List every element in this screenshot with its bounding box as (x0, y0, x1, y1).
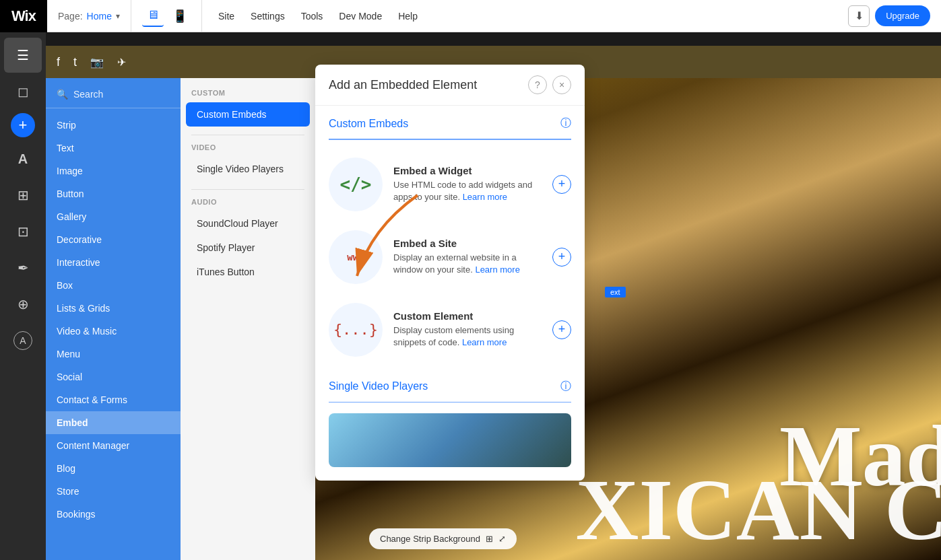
embed-modal: Add an Embedded Element ? × Custom Embed… (315, 65, 585, 481)
topbar: Wix Page: Home ▾ 🖥 📱 Site Settings Tools… (0, 0, 941, 32)
sub-item-single-video-players[interactable]: Single Video Players (186, 157, 310, 181)
page-selector[interactable]: Page: Home ▾ (47, 0, 131, 32)
video-preview (329, 413, 571, 467)
sidebar-item-social[interactable]: Social (46, 365, 181, 388)
video-section-title: Single Video Players (329, 380, 428, 392)
sidebar-item-strip[interactable]: Strip (46, 114, 181, 137)
custom-element-name: Custom Element (393, 310, 542, 322)
icon-bar-text-style[interactable]: A (4, 141, 42, 176)
nav-site[interactable]: Site (218, 11, 234, 22)
custom-embeds-title: Custom Embeds (329, 118, 408, 130)
sidebar-item-video-music[interactable]: Video & Music (46, 320, 181, 343)
embed-site-name: Embed a Site (393, 238, 542, 249)
instagram-icon[interactable]: 📷 (90, 56, 104, 69)
sub-panel: CUSTOM Custom Embeds VIDEO Single Video … (181, 78, 315, 560)
www-icon: www (347, 252, 364, 262)
download-icon[interactable]: ⬇ (848, 5, 870, 27)
nav-settings[interactable]: Settings (251, 11, 285, 22)
video-section-info-icon[interactable]: ⓘ (560, 380, 571, 394)
icon-bar-pen[interactable]: ✒ (4, 250, 42, 285)
custom-embeds-divider (329, 139, 571, 140)
icon-bar-media[interactable]: ⊡ (4, 214, 42, 249)
embed-widget-item: </> Embed a Widget Use HTML code to add … (315, 151, 585, 218)
custom-element-item: {...} Custom Element Display custom elem… (315, 296, 585, 363)
sidebar-item-box[interactable]: Box (46, 274, 181, 297)
embed-widget-learn-more[interactable]: Learn more (463, 192, 507, 202)
mobile-view-button[interactable]: 📱 (169, 5, 191, 27)
modal-help-button[interactable]: ? (528, 75, 547, 94)
text-style-icon: A (18, 151, 28, 167)
embed-widget-content: Embed a Widget Use HTML code to add widg… (393, 165, 542, 203)
modal-title: Add an Embedded Element (329, 78, 477, 92)
wix-logo: Wix (11, 7, 36, 25)
icon-bar-components[interactable]: ⊞ (4, 178, 42, 213)
sidebar-item-lists-grids[interactable]: Lists & Grids (46, 297, 181, 320)
video-section-divider (329, 402, 571, 403)
close-icon: × (559, 79, 564, 90)
custom-embeds-info-icon[interactable]: ⓘ (560, 116, 571, 131)
custom-element-content: Custom Element Display custom elements u… (393, 310, 542, 349)
embed-widget-add-button[interactable]: + (552, 175, 571, 194)
search-label[interactable]: Search (73, 89, 103, 100)
modal-header-icons: ? × (528, 75, 571, 94)
embed-site-icon-wrap: www (329, 230, 383, 284)
media-icon: ⊡ (18, 223, 29, 240)
sub-item-itunes[interactable]: iTunes Button (186, 260, 310, 284)
elements-sidebar: 🔍 Search Strip Text Image Button Gallery… (46, 78, 181, 560)
custom-element-add-button[interactable]: + (552, 320, 571, 339)
sub-item-custom-embeds[interactable]: Custom Embeds (186, 102, 310, 127)
chevron-down-icon: ▾ (116, 11, 120, 21)
edit-badge: ext (605, 287, 626, 298)
twitter-icon[interactable]: t (73, 55, 77, 69)
sub-item-soundcloud[interactable]: SoundCloud Player (186, 211, 310, 236)
sidebar-item-menu[interactable]: Menu (46, 343, 181, 365)
sidebar-item-blog[interactable]: Blog (46, 457, 181, 480)
search-row: 🔍 Search (46, 86, 181, 108)
custom-element-desc: Display custom elements using snippets o… (393, 324, 542, 349)
facebook-icon[interactable]: f (57, 55, 60, 69)
help-icon: ? (535, 79, 540, 90)
sidebar-item-embed[interactable]: Embed (46, 411, 181, 434)
nav-devmode[interactable]: Dev Mode (339, 11, 382, 22)
sub-divider-1 (191, 135, 304, 135)
modal-close-button[interactable]: × (552, 75, 571, 94)
sidebar-item-text[interactable]: Text (46, 137, 181, 160)
modal-header: Add an Embedded Element ? × (315, 65, 585, 106)
icon-bar-apps[interactable]: ⊕ (4, 287, 42, 322)
change-strip-label: Change Strip Background (380, 534, 480, 544)
sidebar-item-interactive[interactable]: Interactive (46, 251, 181, 274)
custom-element-icon-wrap: {...} (329, 303, 383, 357)
embed-site-add-button[interactable]: + (552, 248, 571, 267)
page-name: Home (87, 11, 112, 22)
embed-site-learn-more[interactable]: Learn more (475, 265, 519, 275)
icon-bar-elements[interactable]: ◻ (4, 74, 42, 109)
sidebar-item-contact-forms[interactable]: Contact & Forms (46, 388, 181, 411)
user-icon: A (13, 331, 32, 350)
sidebar-item-bookings[interactable]: Bookings (46, 503, 181, 526)
sidebar-item-decorative[interactable]: Decorative (46, 228, 181, 251)
custom-element-learn-more[interactable]: Learn more (462, 337, 507, 347)
wix-logo-area: Wix (0, 0, 47, 32)
sub-item-spotify[interactable]: Spotify Player (186, 236, 310, 260)
layers-icon: ⊞ (486, 534, 493, 544)
embed-widget-desc: Use HTML code to add widgets and apps to… (393, 179, 542, 203)
pen-icon: ✒ (18, 260, 29, 276)
nav-help[interactable]: Help (398, 11, 418, 22)
sidebar-item-content-manager[interactable]: Content Manager (46, 434, 181, 457)
sidebar-item-gallery[interactable]: Gallery (46, 205, 181, 228)
icon-bar-user[interactable]: A (4, 323, 42, 358)
sidebar-item-button[interactable]: Button (46, 182, 181, 205)
sidebar-item-store[interactable]: Store (46, 480, 181, 503)
desktop-view-button[interactable]: 🖥 (142, 5, 164, 27)
sub-section-video-label: VIDEO (181, 143, 315, 157)
tripadvisor-icon[interactable]: ✈ (117, 56, 126, 69)
upgrade-button[interactable]: Upgrade (875, 5, 930, 26)
elements-icon: ◻ (18, 83, 29, 100)
embed-widget-name: Embed a Widget (393, 165, 542, 176)
modal-body: Custom Embeds ⓘ </> Embed a Widget Use H… (315, 106, 585, 481)
change-strip-button[interactable]: Change Strip Background ⊞ ⤢ (369, 528, 517, 549)
add-element-button[interactable]: + (11, 113, 35, 137)
icon-bar-pages[interactable]: ☰ (4, 38, 42, 73)
nav-tools[interactable]: Tools (301, 11, 323, 22)
sidebar-item-image[interactable]: Image (46, 160, 181, 182)
